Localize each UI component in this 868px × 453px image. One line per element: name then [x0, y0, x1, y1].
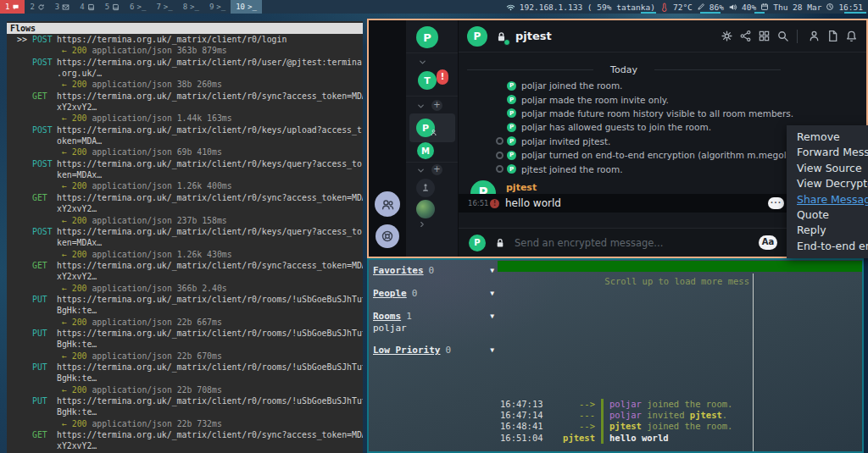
- flow-row[interactable]: PUThttps://termina.org.uk/_matrix/client…: [7, 328, 363, 339]
- files-icon[interactable]: [826, 30, 839, 42]
- members-icon[interactable]: [808, 30, 821, 42]
- log-line: 16:47:14---poljar invited pjtest.: [498, 410, 862, 421]
- weechat-title-bar: [498, 261, 862, 272]
- log-nick: poljar: [609, 410, 642, 420]
- response-arrow: ←: [62, 250, 67, 259]
- menu-item-remove[interactable]: Remove: [787, 130, 868, 145]
- http-method: GET: [32, 260, 47, 271]
- room-avatar-joystick[interactable]: [416, 179, 435, 197]
- settings-gear-icon[interactable]: [721, 30, 733, 42]
- joystick-icon: [420, 182, 431, 194]
- response-arrow: ←: [62, 80, 67, 89]
- message-context-menu: Remove Forward Message View Source View …: [787, 125, 868, 258]
- event-text: poljar made the room invite only.: [521, 95, 669, 105]
- flow-url-cont: BgHk:te…: [7, 305, 363, 316]
- room-avatar-t[interactable]: T: [418, 71, 437, 90]
- terminal-icon: >_: [190, 3, 199, 11]
- status-code: 200: [72, 46, 87, 55]
- chevron-down-icon[interactable]: [416, 102, 426, 111]
- workspace-4[interactable]: 4: [75, 0, 99, 14]
- composer-placeholder[interactable]: Send an encrypted message...: [515, 237, 663, 249]
- buffer-item-poljar[interactable]: poljar: [373, 323, 407, 334]
- selected-marker: >>: [17, 34, 27, 45]
- buffer-group-rooms[interactable]: Rooms1▼: [373, 311, 494, 322]
- workspace-2[interactable]: 2: [25, 0, 49, 14]
- collapse-triangle-icon[interactable]: ▼: [490, 267, 494, 274]
- workspace-10[interactable]: 10>_: [231, 0, 262, 14]
- flow-row[interactable]: POSThttps://termina.org.uk/_matrix/clien…: [7, 124, 363, 135]
- notifications-bell-icon[interactable]: [845, 30, 858, 42]
- menu-item-reply[interactable]: Reply: [787, 223, 868, 238]
- flow-row[interactable]: GEThttps://termina.org.uk/_matrix/client…: [7, 192, 363, 203]
- buffer-group-favorites[interactable]: Favorites0▼: [373, 265, 494, 276]
- flow-row[interactable]: POSThttps://termina.org.uk/_matrix/clien…: [7, 57, 363, 68]
- rooms-grid-icon[interactable]: [758, 30, 771, 42]
- flow-row[interactable]: POSThttps://termina.org.uk/_matrix/clien…: [7, 226, 363, 237]
- status-widgets: 192.168.1.133 ( 59% tatanka) 72°C 86% 40…: [506, 0, 868, 14]
- buffer-group-people[interactable]: People0▼: [373, 288, 494, 299]
- workspace-3[interactable]: 3: [50, 0, 75, 14]
- workspace-5[interactable]: 5: [100, 0, 125, 14]
- menu-item-share-message[interactable]: Share Message: [787, 192, 868, 207]
- flow-row[interactable]: PUThttps://termina.org.uk/_matrix/client…: [7, 294, 363, 305]
- menu-item-e2e[interactable]: End-to-end encry: [787, 239, 868, 254]
- response-arrow: ←: [62, 351, 67, 361]
- room-avatar-m[interactable]: M: [417, 142, 434, 159]
- flow-url-cont: BgHk:te…: [7, 406, 363, 417]
- event-avatar: P: [507, 108, 516, 118]
- buffer-group-low-priority[interactable]: Low Priority0▼: [373, 345, 494, 356]
- help-button[interactable]: [376, 224, 399, 248]
- flow-row[interactable]: POSThttps://termina.org.uk/_matrix/clien…: [7, 158, 363, 169]
- flow-row[interactable]: PUThttps://termina.org.uk/_matrix/client…: [7, 395, 363, 406]
- log-text: joined the room.: [647, 421, 732, 431]
- desktop: 1 2 3 4 5 6>_ 7>_ 8>_ 9>_ 10>_ 192.168.1…: [0, 0, 868, 453]
- flow-url-cont: ken=MDAx…: [7, 237, 363, 248]
- room-avatar[interactable]: P: [467, 26, 487, 47]
- flow-row[interactable]: GEThttps://termina.org.uk/_matrix/client…: [7, 429, 363, 440]
- log-text: .: [722, 410, 727, 420]
- flow-response: ← 200 application/json 69b 410ms: [7, 146, 363, 157]
- menu-item-view-decrypted[interactable]: View Decrypted S: [787, 176, 868, 191]
- flow-row[interactable]: GEThttps://termina.org.uk/_matrix/client…: [7, 91, 363, 102]
- flow-row[interactable]: PUThttps://termina.org.uk/_matrix/client…: [7, 362, 363, 373]
- workspace-6[interactable]: 6>_: [125, 0, 151, 14]
- group-label: Favorites: [373, 265, 424, 276]
- account-avatar[interactable]: P: [416, 26, 438, 48]
- event-avatar: P: [507, 81, 516, 91]
- collapse-triangle-icon[interactable]: ▼: [490, 312, 494, 320]
- workspace-7[interactable]: 7>_: [151, 0, 177, 14]
- bar-accent: [754, 12, 765, 14]
- mitmproxy-flows-header: Flows: [7, 23, 363, 34]
- menu-item-view-source[interactable]: View Source: [787, 161, 868, 176]
- format-button[interactable]: Aa: [759, 235, 777, 250]
- event-avatar: P: [507, 164, 516, 174]
- chevron-right-icon[interactable]: [418, 220, 426, 229]
- search-icon[interactable]: [776, 30, 789, 42]
- matrix-left-rail: [369, 20, 406, 257]
- composer-lock-icon: [494, 237, 506, 249]
- flow-row[interactable]: GEThttps://termina.org.uk/_matrix/client…: [7, 260, 363, 271]
- add-room-button[interactable]: +: [431, 164, 442, 175]
- workspace-9[interactable]: 9>_: [204, 0, 231, 14]
- flow-list: >>POSThttps://termina.org.uk/_matrix/cli…: [7, 34, 363, 453]
- flow-row[interactable]: >>POSThttps://termina.org.uk/_matrix/cli…: [7, 34, 363, 45]
- room-avatar-earth[interactable]: [416, 200, 435, 218]
- menu-item-forward[interactable]: Forward Message: [787, 145, 868, 160]
- message-options-button[interactable]: ···: [768, 197, 784, 209]
- collapse-triangle-icon[interactable]: ▼: [490, 346, 494, 354]
- add-room-button[interactable]: +: [431, 100, 442, 111]
- message-row[interactable]: 16:51 ! hello world ···: [459, 194, 789, 213]
- chevron-down-icon[interactable]: [418, 58, 427, 67]
- collapse-triangle-icon[interactable]: ▼: [490, 290, 494, 297]
- chevron-down-icon[interactable]: [416, 166, 426, 175]
- status-bar: 1 2 3 4 5 6>_ 7>_ 8>_ 9>_ 10>_ 192.168.1…: [0, 0, 868, 14]
- workspace-8[interactable]: 8>_: [178, 0, 204, 14]
- flow-url-cont: oken=MDA…: [7, 135, 363, 146]
- workspace-1[interactable]: 1: [0, 0, 25, 14]
- event-avatar: P: [507, 95, 516, 104]
- members-button[interactable]: [375, 191, 400, 217]
- composer-avatar: P: [469, 235, 486, 251]
- share-icon[interactable]: [739, 30, 752, 42]
- matrix-client-window: P T ! + P M + P pjtest: [367, 19, 868, 258]
- menu-item-quote[interactable]: Quote: [787, 207, 868, 223]
